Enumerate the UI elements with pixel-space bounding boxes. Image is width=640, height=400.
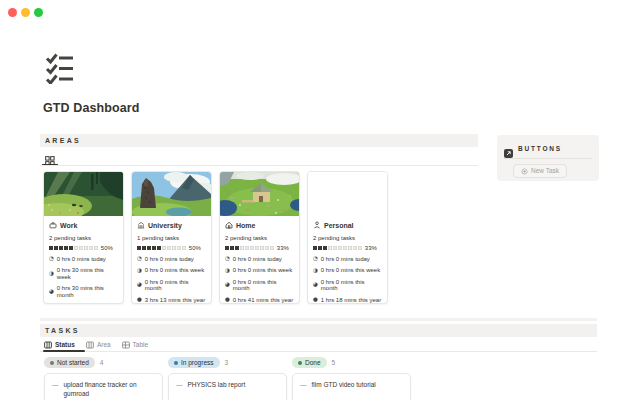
time-stat-text: 1 hrs 2 mins this year bbox=[57, 303, 114, 304]
new-task-label: New Task bbox=[531, 167, 559, 175]
page-title[interactable]: GTD Dashboard bbox=[43, 101, 139, 115]
status-dot bbox=[50, 361, 54, 365]
buttons-heading: BUTTONS bbox=[518, 145, 562, 152]
work-cover-image bbox=[44, 172, 123, 216]
tab-status[interactable]: Status bbox=[44, 341, 75, 349]
time-stat-week: ◑0 hrs 30 mins this week bbox=[49, 267, 118, 280]
three-quarter-circle-icon: ◕ bbox=[225, 282, 230, 288]
area-card-personal[interactable]: Personal 2 pending tasks 33% ◔0 hrs 0 mi… bbox=[307, 171, 388, 304]
dash-icon: — bbox=[52, 380, 59, 399]
arrow-up-right-icon bbox=[504, 144, 513, 153]
tab-label: Status bbox=[55, 341, 75, 349]
area-name: University bbox=[148, 222, 182, 229]
board-icon bbox=[86, 341, 94, 349]
quarter-circle-icon: ◔ bbox=[137, 256, 142, 262]
status-dot bbox=[174, 361, 178, 365]
checklist-icon[interactable] bbox=[45, 52, 75, 84]
time-stat-text: 3 hrs 13 mins this year bbox=[145, 297, 205, 304]
progress-bar: 50% bbox=[137, 246, 206, 251]
pending-tasks-label: 2 pending tasks bbox=[225, 235, 294, 241]
dash-icon: — bbox=[300, 380, 307, 389]
status-pill-in-progress[interactable]: In progress bbox=[168, 357, 220, 368]
status-pill-done[interactable]: Done bbox=[292, 357, 327, 368]
zoom-window-button[interactable] bbox=[34, 8, 43, 17]
area-name: Personal bbox=[324, 222, 354, 229]
time-stat-today: ◔0 hrs 0 mins today bbox=[137, 256, 206, 263]
progress-bar: 50% bbox=[49, 246, 118, 251]
time-stat-month: ◕0 hrs 0 mins this month bbox=[137, 279, 206, 292]
status-pill-not-started[interactable]: Not started bbox=[44, 357, 95, 368]
board-column-in-progress: In progress 3 — PHYSICS lab report bbox=[168, 357, 287, 400]
quarter-circle-icon: ◔ bbox=[49, 256, 54, 262]
tasks-view-tabs: Status Area Table bbox=[44, 340, 148, 350]
new-task-button[interactable]: New Task bbox=[513, 164, 567, 178]
time-stat-week: ◑0 hrs 0 mins this week bbox=[137, 267, 206, 274]
task-card[interactable]: — film GTD video tutorial bbox=[292, 373, 411, 400]
time-stat-text: 0 hrs 0 mins this month bbox=[233, 279, 294, 292]
time-stat-text: 0 hrs 0 mins today bbox=[233, 256, 282, 263]
time-stat-text: 0 hrs 30 mins this week bbox=[57, 267, 118, 280]
time-stat-text: 0 hrs 0 mins today bbox=[145, 256, 194, 263]
task-title: PHYSICS lab report bbox=[188, 380, 246, 389]
task-card[interactable]: — upload finance tracker on gumroad bbox=[44, 373, 163, 400]
quarter-circle-icon: ◔ bbox=[313, 256, 318, 262]
status-label: Done bbox=[305, 357, 321, 368]
tasks-section-heading: TASKS bbox=[40, 324, 597, 337]
window-controls bbox=[8, 8, 43, 17]
panel-divider bbox=[504, 158, 592, 159]
area-card-work[interactable]: Work 2 pending tasks 50% ◔0 hrs 0 mins t… bbox=[43, 171, 124, 304]
minimize-window-button[interactable] bbox=[21, 8, 30, 17]
tab-label: Area bbox=[97, 341, 111, 349]
empty-cover bbox=[308, 172, 387, 216]
briefcase-icon bbox=[49, 221, 57, 229]
gallery-view-tab[interactable] bbox=[45, 152, 55, 162]
column-count: 3 bbox=[225, 359, 229, 366]
time-stat-year: ●1 hrs 2 mins this year bbox=[49, 303, 118, 304]
area-card-university[interactable]: University 1 pending tasks 50% ◔0 hrs 0 … bbox=[131, 171, 212, 304]
task-card[interactable]: — PHYSICS lab report bbox=[168, 373, 287, 400]
status-dot bbox=[298, 361, 302, 365]
board-column-not-started: Not started 4 — upload finance tracker o… bbox=[44, 357, 163, 400]
table-icon bbox=[122, 341, 130, 349]
status-label: In progress bbox=[181, 357, 214, 368]
pending-tasks-label: 2 pending tasks bbox=[49, 235, 118, 241]
tabs-divider bbox=[40, 351, 597, 352]
full-circle-icon: ● bbox=[313, 297, 318, 303]
three-quarter-circle-icon: ◕ bbox=[313, 282, 318, 288]
active-tab-underline bbox=[43, 350, 85, 352]
time-stat-today: ◔0 hrs 0 mins today bbox=[225, 256, 294, 263]
pending-tasks-label: 2 pending tasks bbox=[313, 235, 382, 241]
time-stat-text: 0 hrs 0 mins this week bbox=[233, 267, 292, 274]
progress-percent: 33% bbox=[277, 246, 289, 251]
time-stat-today: ◔0 hrs 0 mins today bbox=[313, 256, 382, 263]
time-stat-text: 0 hrs 0 mins this month bbox=[321, 279, 382, 292]
progress-percent: 50% bbox=[101, 246, 113, 251]
column-count: 4 bbox=[100, 359, 104, 366]
status-board: Not started 4 — upload finance tracker o… bbox=[44, 357, 411, 400]
time-stat-text: 1 hrs 18 mins this year bbox=[321, 297, 381, 304]
task-title: film GTD video tutorial bbox=[312, 380, 376, 389]
close-window-button[interactable] bbox=[8, 8, 17, 17]
full-circle-icon: ● bbox=[225, 297, 230, 303]
time-stat-week: ◑0 hrs 0 mins this week bbox=[225, 267, 294, 274]
tab-area[interactable]: Area bbox=[86, 341, 111, 349]
progress-percent: 33% bbox=[365, 246, 377, 251]
area-name: Home bbox=[236, 222, 255, 229]
time-stat-text: 0 hrs 0 mins today bbox=[321, 256, 370, 263]
time-stat-month: ◕0 hrs 0 mins this month bbox=[225, 279, 294, 292]
time-stat-text: 0 hrs 0 mins this week bbox=[145, 267, 204, 274]
areas-section-heading: AREAS bbox=[40, 134, 478, 147]
university-cover-image bbox=[132, 172, 211, 216]
person-icon bbox=[313, 221, 321, 229]
three-quarter-circle-icon: ◕ bbox=[137, 282, 142, 288]
tab-table[interactable]: Table bbox=[122, 341, 149, 349]
area-card-home[interactable]: Home 2 pending tasks 33% ◔0 hrs 0 mins t… bbox=[219, 171, 300, 304]
time-stat-year: ●0 hrs 41 mins this year bbox=[225, 297, 294, 304]
status-label: Not started bbox=[57, 357, 89, 368]
home-cover-image bbox=[220, 172, 299, 216]
board-icon bbox=[44, 341, 52, 349]
plus-circle-icon bbox=[521, 168, 528, 175]
progress-percent: 50% bbox=[189, 246, 201, 251]
time-stat-year: ●1 hrs 18 mins this year bbox=[313, 297, 382, 304]
time-stat-text: 0 hrs 30 mins this month bbox=[57, 285, 118, 298]
